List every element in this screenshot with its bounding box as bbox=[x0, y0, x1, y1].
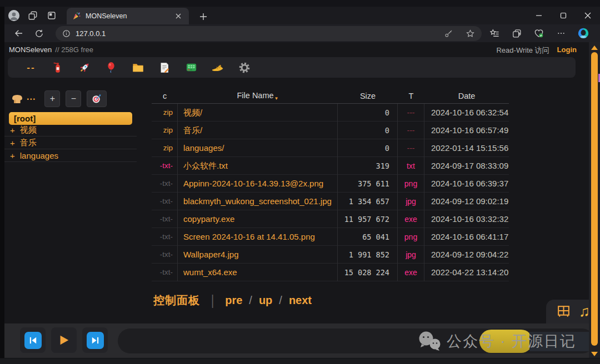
tab-close-icon[interactable] bbox=[173, 11, 183, 21]
more-options-icon[interactable] bbox=[551, 25, 571, 42]
type-cell[interactable]: png bbox=[398, 228, 424, 246]
file-link[interactable]: 视频/ bbox=[178, 104, 338, 122]
file-link[interactable]: copyparty.exe bbox=[178, 210, 338, 228]
address-input[interactable]: 127.0.0.1 bbox=[56, 26, 482, 41]
tab-actions-icon[interactable] bbox=[42, 7, 61, 24]
type-cell[interactable]: jpg bbox=[398, 246, 424, 264]
file-link[interactable]: Wallpaper4.jpg bbox=[178, 246, 338, 264]
gear-icon[interactable] bbox=[238, 61, 251, 74]
date-cell: 2022-04-22 13:14:20 bbox=[424, 264, 509, 281]
row-action-link[interactable]: zip bbox=[152, 104, 178, 122]
close-window-button[interactable] bbox=[576, 7, 600, 24]
browser-tab[interactable]: MONSeleven bbox=[67, 8, 189, 24]
type-cell[interactable]: txt bbox=[398, 157, 424, 175]
scroll-down-icon[interactable] bbox=[591, 352, 598, 356]
expand-plus-icon[interactable]: + bbox=[10, 151, 15, 160]
type-cell[interactable]: exe bbox=[398, 210, 424, 228]
page-scrollbar[interactable] bbox=[589, 42, 600, 358]
file-link[interactable]: Appinn-2024-10-16-14.39.13@2x.png bbox=[178, 175, 338, 193]
row-action-link[interactable]: zip bbox=[152, 139, 178, 157]
expand-plus-icon[interactable]: + bbox=[10, 138, 15, 148]
type-cell[interactable]: jpg bbox=[398, 193, 424, 210]
jump-to-folder-button[interactable] bbox=[87, 90, 107, 107]
favorite-star-icon[interactable] bbox=[466, 29, 475, 38]
breadcrumbs-dots[interactable]: ... bbox=[27, 92, 36, 102]
site-title[interactable]: MONSeleven bbox=[9, 46, 52, 55]
file-link[interactable]: 小众软件.txt bbox=[178, 157, 338, 175]
back-icon[interactable] bbox=[9, 25, 29, 42]
favorites-bar-icon[interactable] bbox=[484, 25, 504, 42]
calculator-icon[interactable] bbox=[184, 61, 198, 74]
balloon-icon[interactable] bbox=[104, 61, 118, 74]
file-link[interactable]: blackmyth_wukong_screenshot_021.jpg bbox=[178, 193, 338, 210]
workspaces-icon[interactable] bbox=[23, 7, 42, 24]
expand-plus-icon[interactable]: + bbox=[10, 125, 15, 135]
minimize-button[interactable] bbox=[527, 7, 551, 24]
row-action-link[interactable]: -txt- bbox=[152, 210, 178, 228]
row-action-link[interactable]: -txt- bbox=[152, 157, 178, 175]
tree-collapse-button[interactable]: − bbox=[66, 90, 81, 107]
tree-expand-button[interactable]: + bbox=[44, 90, 60, 107]
file-link[interactable]: wumt_x64.exe bbox=[178, 264, 338, 281]
browser-titlebar: MONSeleven bbox=[4, 7, 600, 24]
password-key-icon[interactable] bbox=[444, 29, 453, 38]
rocket-icon[interactable] bbox=[78, 61, 91, 74]
play-button[interactable] bbox=[51, 327, 77, 353]
row-action-link[interactable]: -txt- bbox=[152, 228, 178, 246]
memo-icon[interactable] bbox=[158, 61, 171, 74]
file-link[interactable]: languages/ bbox=[178, 139, 338, 157]
row-action-link[interactable]: -txt- bbox=[152, 193, 178, 210]
tree-root-item[interactable]: [root] bbox=[9, 112, 132, 125]
tree-item-label[interactable]: languages bbox=[20, 151, 58, 160]
dashes-icon[interactable]: -- bbox=[24, 61, 38, 74]
browser-essentials-icon[interactable] bbox=[529, 25, 549, 42]
date-cell: 2024-10-16 06:41:17 bbox=[424, 228, 509, 246]
maximize-button[interactable] bbox=[551, 7, 576, 24]
nav-pre-link[interactable]: pre bbox=[225, 294, 242, 307]
type-cell[interactable]: png bbox=[398, 175, 424, 193]
fire-extinguisher-icon[interactable] bbox=[51, 61, 64, 74]
table-row: zip 视频/ 0 --- 2024-10-16 06:32:54 bbox=[152, 104, 509, 122]
folder-icon[interactable] bbox=[131, 61, 144, 74]
grid-view-icon[interactable] bbox=[556, 304, 571, 319]
login-link[interactable]: Login bbox=[557, 46, 577, 55]
new-tab-button[interactable] bbox=[197, 10, 210, 23]
col-header-date[interactable]: Date bbox=[424, 92, 509, 100]
nav-next-link[interactable]: next bbox=[289, 294, 312, 307]
date-cell: 2022-01-14 15:15:56 bbox=[424, 139, 509, 157]
nav-up-link[interactable]: up bbox=[259, 294, 272, 307]
breadcrumbs-bread-icon[interactable] bbox=[10, 92, 24, 105]
row-action-link[interactable]: -txt- bbox=[152, 264, 178, 281]
control-panel-link[interactable]: 控制面板 bbox=[153, 293, 200, 308]
scroll-up-icon[interactable] bbox=[591, 46, 598, 50]
copilot-icon[interactable] bbox=[573, 25, 593, 42]
row-action-link[interactable]: -txt- bbox=[152, 246, 178, 264]
profile-avatar[interactable] bbox=[4, 7, 23, 24]
row-action-link[interactable]: -txt- bbox=[152, 175, 178, 193]
col-header-type[interactable]: T bbox=[398, 92, 424, 100]
site-info-icon[interactable] bbox=[62, 29, 71, 38]
scrollbar-thumb[interactable] bbox=[591, 52, 598, 346]
type-cell[interactable]: --- bbox=[398, 104, 424, 122]
skip-previous-icon bbox=[24, 332, 42, 349]
file-link[interactable]: Screen 2024-10-16 at 14.41.05.png bbox=[178, 228, 338, 246]
row-action-link[interactable]: zip bbox=[152, 122, 178, 139]
type-cell[interactable]: --- bbox=[398, 122, 424, 139]
col-header-name[interactable]: File Name▼ bbox=[178, 91, 338, 101]
window-controls bbox=[527, 7, 600, 24]
tree-item-label[interactable]: 视频 bbox=[20, 125, 37, 135]
refresh-icon[interactable] bbox=[29, 25, 49, 42]
tree-item-label[interactable]: 音乐 bbox=[20, 138, 37, 148]
file-link[interactable]: 音乐/ bbox=[178, 122, 338, 139]
trumpet-icon[interactable] bbox=[211, 61, 224, 74]
col-header-size[interactable]: Size bbox=[338, 92, 398, 100]
skip-previous-button[interactable] bbox=[20, 327, 46, 353]
tree-item-video[interactable]: + 视频 bbox=[4, 124, 137, 136]
col-header-c[interactable]: c bbox=[152, 92, 178, 100]
type-cell[interactable]: exe bbox=[398, 264, 424, 281]
type-cell[interactable]: --- bbox=[398, 139, 424, 157]
collections-icon[interactable] bbox=[507, 25, 527, 42]
tree-item-music[interactable]: + 音乐 bbox=[4, 136, 137, 149]
tree-item-languages[interactable]: + languages bbox=[4, 149, 137, 162]
skip-next-button[interactable] bbox=[82, 327, 108, 353]
